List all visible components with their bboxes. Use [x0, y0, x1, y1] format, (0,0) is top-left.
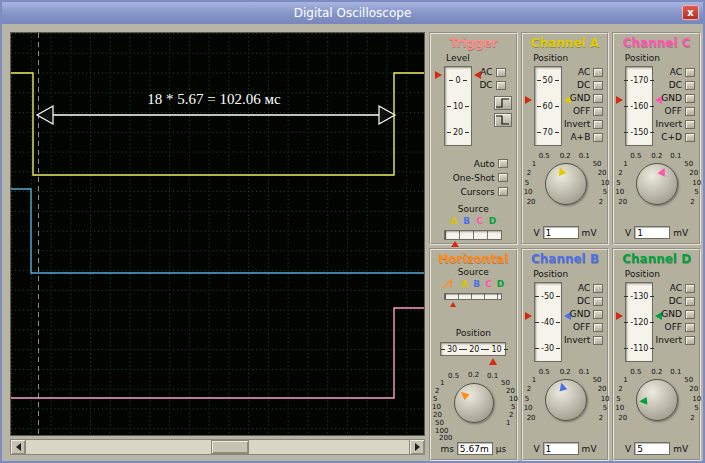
knob-scale-label: 1 — [440, 379, 444, 387]
channel-b-off-button[interactable] — [593, 323, 603, 332]
channel-c-off-button[interactable] — [685, 107, 695, 116]
knob-scale-label: 2 — [618, 385, 622, 393]
channel-a-knob-pointer — [556, 166, 566, 176]
channel-b-position-marker-left[interactable] — [525, 312, 532, 320]
knob-scale-label: 10 — [432, 403, 441, 411]
trigger-source-slider[interactable] — [444, 230, 502, 240]
source-d-label: D — [497, 279, 504, 289]
channel-a-ac-button[interactable] — [593, 68, 603, 77]
trigger-oneshot-button[interactable] — [498, 173, 508, 182]
channel-a-invert-label: Invert — [564, 119, 590, 129]
channel-d-ac-button[interactable] — [685, 284, 695, 293]
channel-d-dc-button[interactable] — [685, 297, 695, 306]
channel-a-off-button[interactable] — [593, 107, 603, 116]
horizontal-scrollbar[interactable] — [10, 439, 425, 455]
knob-scale-label: 20 — [527, 414, 536, 422]
trigger-source-label: Source — [431, 204, 516, 214]
trigger-source-pointer[interactable] — [451, 241, 459, 247]
knob-scale-label: 10 — [509, 395, 518, 403]
horizontal-source-slider[interactable] — [444, 293, 502, 300]
channel-c-scale-value: -160 — [624, 102, 654, 111]
channel-b-scale-knob[interactable] — [545, 379, 587, 421]
knob-scale-label: 0.1 — [579, 368, 590, 376]
channel-a-sum-button[interactable] — [593, 133, 603, 142]
scope-display: 18 * 5.67 = 102.06 мс — [11, 33, 424, 435]
close-button[interactable]: x — [682, 5, 699, 20]
scrollbar-track[interactable] — [26, 439, 409, 455]
knob-scale-label: 5 — [525, 179, 529, 187]
knob-scale-label: 10 — [615, 404, 624, 412]
knob-scale-label: 5 — [616, 395, 620, 403]
trigger-dc-button[interactable] — [496, 81, 506, 90]
trigger-falling-edge-button[interactable] — [494, 113, 512, 127]
rising-edge-icon — [495, 97, 510, 109]
window-title: Digital Oscilloscope — [294, 6, 412, 20]
channel-a-ac-label: AC — [578, 67, 590, 77]
scroll-left-button[interactable] — [10, 439, 26, 455]
channel-b-position-slider[interactable]: -50 -40 -30 — [534, 282, 562, 362]
channel-c-invert-button[interactable] — [685, 120, 695, 129]
channel-c-dc-button[interactable] — [685, 81, 695, 90]
horizontal-timebase-knob[interactable] — [454, 383, 494, 423]
channel-d-position-slider[interactable]: -130 -120 -110 — [625, 282, 653, 362]
scroll-right-button[interactable] — [409, 439, 425, 455]
channel-d-gnd-button[interactable] — [685, 310, 695, 319]
channel-c-ac-button[interactable] — [685, 68, 695, 77]
horizontal-position-slider[interactable]: 30 20 10 — [440, 342, 506, 356]
knob-scale-label: 0.5 — [539, 152, 550, 160]
channel-a-position-slider[interactable]: 50 60 70 — [534, 66, 562, 146]
horizontal-source-pointer[interactable] — [450, 302, 456, 307]
channel-b-invert-button[interactable] — [593, 336, 603, 345]
trigger-rising-edge-button[interactable] — [494, 96, 512, 110]
knob-scale-label: 50 — [593, 376, 602, 384]
channel-d-scale-value: -120 — [624, 318, 654, 327]
channel-d-scale-value: -130 — [624, 292, 654, 301]
trigger-ac-button[interactable] — [496, 68, 506, 77]
horizontal-position-pointer[interactable] — [489, 358, 497, 365]
channel-a-dc-button[interactable] — [593, 81, 603, 90]
channel-d-position-marker-left[interactable] — [616, 312, 623, 320]
scrollbar-thumb[interactable] — [211, 440, 249, 454]
channel-d-scale-knob[interactable] — [636, 379, 678, 421]
channel-b-scale-value: -40 — [535, 318, 560, 327]
channel-c-position-slider[interactable]: -170 -160 -150 — [625, 66, 653, 146]
channel-c-gnd-button[interactable] — [685, 94, 695, 103]
source-c-label: C — [485, 279, 492, 289]
channel-c-off-label: OFF — [665, 106, 682, 116]
channel-d-off-button[interactable] — [685, 323, 695, 332]
channel-c-scale-knob[interactable] — [636, 163, 678, 205]
knob-scale-label: 20 — [689, 169, 698, 177]
channel-c-sum-button[interactable] — [685, 133, 695, 142]
trigger-cursors-button[interactable] — [498, 187, 508, 196]
channel-b-dc-button[interactable] — [593, 297, 603, 306]
channel-b-unit-right: mV — [582, 444, 597, 454]
channel-d-panel: Channel D Position -130 -120 -110 AC DC … — [612, 248, 701, 461]
channel-c-scale-value-input[interactable] — [634, 226, 670, 239]
channel-a-position-marker-left[interactable] — [525, 96, 532, 104]
channel-a-scale-knob[interactable] — [545, 163, 587, 205]
trigger-level-slider[interactable]: 0 10 20 — [444, 66, 472, 146]
channel-d-invert-button[interactable] — [685, 336, 695, 345]
channel-a-scale-value-input[interactable] — [543, 226, 579, 239]
knob-scale-label: 5 — [694, 404, 698, 412]
channel-a-gnd-button[interactable] — [593, 94, 603, 103]
knob-scale-label: 20 — [618, 414, 627, 422]
knob-scale-label: 50 — [684, 376, 693, 384]
horizontal-timebase-value-input[interactable] — [457, 442, 493, 455]
trigger-source-channels: A B C D — [431, 216, 516, 226]
channel-b-ac-button[interactable] — [593, 284, 603, 293]
channel-c-position-marker-left[interactable] — [616, 96, 623, 104]
trigger-auto-button[interactable] — [498, 159, 508, 168]
oscilloscope-window: Digital Oscilloscope x 18 * 5.67 = 102.0… — [0, 0, 705, 463]
horizontal-source-channels: A B C D — [431, 279, 516, 289]
horizontal-position-label: Position — [431, 328, 516, 338]
channel-a-invert-button[interactable] — [593, 120, 603, 129]
title-bar[interactable]: Digital Oscilloscope x — [2, 2, 703, 24]
knob-scale-label: 5 — [525, 395, 529, 403]
trigger-level-marker-left[interactable] — [435, 71, 442, 79]
channel-b-scale-value-input[interactable] — [543, 442, 579, 455]
trigger-auto-row: Auto — [474, 158, 508, 169]
channel-b-gnd-button[interactable] — [593, 310, 603, 319]
channel-a-scale-value: 70 — [537, 128, 559, 137]
channel-d-scale-value-input[interactable] — [634, 442, 670, 455]
